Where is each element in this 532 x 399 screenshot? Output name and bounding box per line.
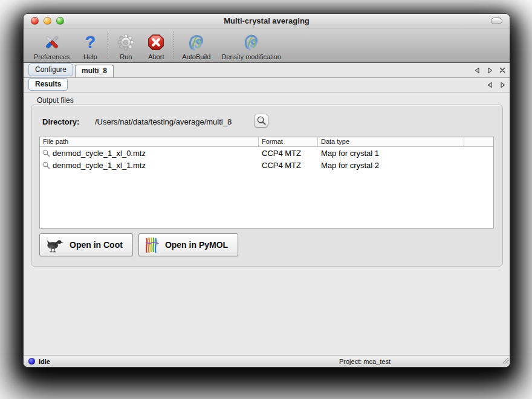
tab-scroll-right-button[interactable]	[486, 66, 493, 74]
toolbar-label: Help	[83, 53, 97, 60]
toolbar-label: AutoBuild	[182, 53, 210, 60]
data-type-cell: Map for crystal 2	[318, 161, 464, 170]
toolbar-separator	[108, 31, 108, 59]
tab-results[interactable]: Results	[28, 78, 68, 91]
format-cell: CCP4 MTZ	[259, 161, 318, 170]
browse-directory-button[interactable]	[254, 114, 268, 128]
app-window: Multi-crystal averaging Preferences	[23, 13, 510, 368]
file-path-cell: denmod_cycle_1_xl_0.mtz	[53, 149, 146, 158]
tab-scroll-left-button[interactable]	[473, 66, 481, 74]
output-files-section-label: Output files	[37, 96, 74, 105]
tab-configure[interactable]: Configure	[28, 63, 73, 76]
status-text: Idle	[39, 358, 50, 365]
toolbar-label: Preferences	[34, 53, 70, 60]
results-panel: Output files Directory: /Users/nat/data/…	[24, 92, 510, 355]
button-label: Open in PyMOL	[165, 240, 228, 250]
results-tab-bar: Results	[24, 78, 510, 92]
toolbar-label: Run	[120, 53, 132, 60]
resize-grip[interactable]	[501, 355, 509, 366]
table-row[interactable]: denmod_cycle_1_xl_1.mtz CCP4 MTZ Map for…	[40, 159, 493, 171]
run-button[interactable]: Run	[111, 31, 141, 60]
output-files-table: File path Format Data type denmod_cycle_…	[39, 137, 494, 229]
project-label: Project: mca_test	[339, 358, 391, 365]
column-header-blank	[464, 137, 493, 146]
results-scroll-left-button[interactable]	[486, 82, 493, 89]
abort-icon	[146, 32, 166, 53]
density-modification-button[interactable]: Density modification	[216, 31, 286, 60]
main-toolbar: Preferences ? Help Run	[24, 28, 510, 63]
column-header-format[interactable]: Format	[259, 137, 318, 146]
data-type-cell: Map for crystal 1	[318, 149, 464, 158]
results-nav-controls	[486, 78, 506, 92]
tab-multi-8[interactable]: multi_8	[75, 65, 114, 77]
directory-row: Directory: /Users/nat/data/testing/avera…	[42, 117, 232, 126]
directory-label: Directory:	[42, 117, 95, 126]
toolbar-label: Density modification	[221, 53, 281, 60]
pymol-ribbon-icon	[144, 236, 161, 253]
file-path-cell: denmod_cycle_1_xl_1.mtz	[53, 161, 146, 170]
open-buttons-row: Open in Coot Open in PyMOL	[39, 233, 238, 256]
run-icon	[116, 32, 135, 53]
status-indicator-icon	[28, 358, 35, 365]
abort-button[interactable]: Abort	[141, 31, 171, 60]
open-in-pymol-button[interactable]: Open in PyMOL	[138, 233, 238, 256]
open-in-coot-button[interactable]: Open in Coot	[39, 233, 133, 256]
magnifier-icon[interactable]	[42, 149, 50, 157]
coot-bird-icon	[45, 236, 65, 253]
title-bar[interactable]: Multi-crystal averaging	[24, 14, 510, 28]
autobuild-icon	[187, 32, 206, 53]
preferences-button[interactable]: Preferences	[28, 31, 75, 60]
window-title: Multi-crystal averaging	[24, 16, 510, 25]
toolbar-separator	[174, 31, 174, 59]
autobuild-button[interactable]: AutoBuild	[177, 31, 216, 60]
format-cell: CCP4 MTZ	[259, 149, 318, 158]
toolbar-toggle-button[interactable]	[491, 18, 502, 24]
help-icon: ?	[80, 32, 100, 53]
tab-close-button[interactable]	[499, 66, 506, 74]
status-bar: Idle Project: mca_test	[24, 355, 510, 367]
help-button[interactable]: ? Help	[75, 31, 105, 60]
document-tab-bar: Configure multi_8	[24, 63, 510, 78]
results-scroll-right-button[interactable]	[499, 82, 506, 89]
table-header[interactable]: File path Format Data type	[40, 137, 493, 147]
magnifier-icon	[256, 115, 267, 126]
preferences-icon	[42, 32, 62, 53]
button-label: Open in Coot	[70, 240, 123, 250]
output-files-groupbox: Directory: /Users/nat/data/testing/avera…	[31, 105, 503, 267]
toolbar-label: Abort	[148, 53, 164, 60]
column-header-data-type[interactable]: Data type	[318, 137, 464, 146]
density-modification-icon	[242, 32, 261, 53]
magnifier-icon[interactable]	[42, 161, 50, 169]
directory-value: /Users/nat/data/testing/average/multi_8	[95, 117, 232, 126]
tab-nav-controls	[473, 63, 506, 77]
column-header-file-path[interactable]: File path	[40, 137, 259, 146]
table-row[interactable]: denmod_cycle_1_xl_0.mtz CCP4 MTZ Map for…	[40, 147, 493, 159]
